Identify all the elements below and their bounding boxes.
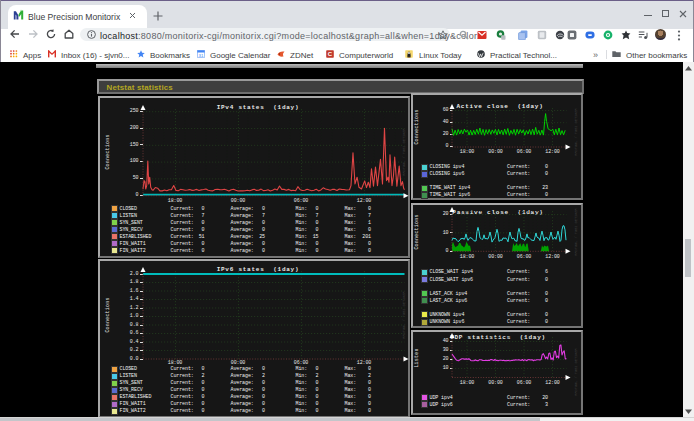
svg-text:C: C (328, 51, 333, 57)
svg-text:31: 31 (199, 53, 204, 58)
